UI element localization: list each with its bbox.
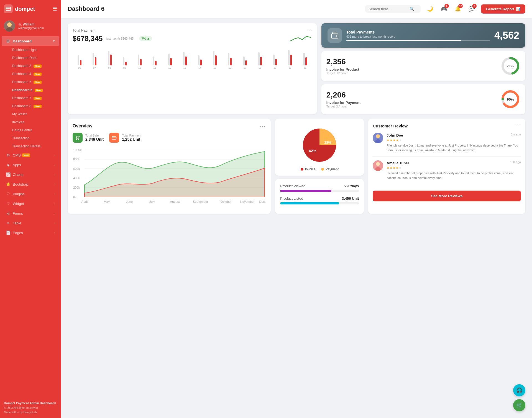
see-more-reviews-button[interactable]: See More Reviews bbox=[373, 191, 521, 201]
product-viewed-stat: Product Viewed 561/days bbox=[280, 184, 359, 192]
sidebar-item-dashboard-6[interactable]: Dashboard 6 New bbox=[2, 86, 59, 94]
sidebar-item-bootstrap[interactable]: ⭐ Bootstrap › bbox=[2, 179, 59, 189]
reviewer-avatar-1 bbox=[373, 133, 383, 143]
sidebar-item-table[interactable]: ≡ Table › bbox=[2, 218, 59, 228]
sidebar-logo[interactable]: dompet bbox=[4, 4, 35, 13]
app-name: dompet bbox=[15, 6, 35, 12]
generate-report-button[interactable]: Generate Report 📊 bbox=[481, 4, 525, 14]
sidebar-item-pages[interactable]: 📄 Pages › bbox=[2, 228, 59, 237]
trend-badge: 7% ▲ bbox=[139, 36, 152, 41]
bootstrap-icon: ⭐ bbox=[6, 182, 11, 186]
total-payment-card: ··· Total Payment $678,345 last month $5… bbox=[68, 23, 317, 114]
invoice-product-sub: Target 3k/month bbox=[326, 71, 496, 75]
svg-text:400k: 400k bbox=[73, 176, 80, 180]
dashboard-icon: ⊞ bbox=[6, 39, 11, 43]
page-content: ··· Total Payment $678,345 last month $5… bbox=[61, 18, 532, 418]
blue-card-progress-fill bbox=[346, 40, 461, 41]
svg-text:October: October bbox=[221, 200, 232, 203]
blue-card-title: Total Payments bbox=[346, 30, 490, 34]
wallet-icon bbox=[328, 28, 342, 43]
total-sale-label: Total Sale bbox=[85, 134, 104, 137]
total-payment-menu[interactable]: ··· bbox=[307, 27, 313, 33]
sidebar-item-dashboard-7[interactable]: Dashboard 7 New bbox=[2, 94, 59, 102]
sidebar: dompet ☰ Hi, William william@gmail.com ⊞… bbox=[0, 0, 61, 418]
table-arrow: › bbox=[54, 221, 55, 225]
notification-button[interactable]: 🔔 12 bbox=[453, 4, 463, 14]
total-sale-value: 2,346 Unit bbox=[85, 137, 104, 142]
chart-bar-icon: 📊 bbox=[516, 7, 520, 11]
overview-title: Overview bbox=[73, 124, 92, 129]
invoice-product-card: 2,356 Invoice for Product Target 3k/mont… bbox=[321, 51, 525, 81]
logo-icon bbox=[4, 4, 13, 13]
svg-text:September: September bbox=[193, 200, 208, 203]
sidebar-item-plugins[interactable]: ♡ Plugins › bbox=[2, 189, 59, 199]
payment-legend-label: Payment bbox=[326, 167, 339, 171]
total-payment-stat: Total Payment 1,252 Unit bbox=[109, 133, 141, 143]
trend-line-svg bbox=[290, 34, 312, 43]
sidebar-item-charts[interactable]: 📈 Charts › bbox=[2, 170, 59, 179]
search-box[interactable]: 🔍 bbox=[365, 5, 421, 13]
sidebar-item-dashboard-4[interactable]: Dashboard 4 New bbox=[2, 70, 59, 78]
review-item-1: John Doe 5m ago ★★★★★ Friendly service J… bbox=[373, 133, 521, 157]
product-listed-progress bbox=[280, 202, 359, 204]
svg-rect-4 bbox=[331, 34, 338, 38]
support-fab[interactable]: 🎧 bbox=[513, 384, 525, 396]
theme-toggle-button[interactable]: 🌙 bbox=[425, 4, 435, 14]
svg-text:1000k: 1000k bbox=[73, 148, 82, 152]
area-chart-svg: 1000k 800k 600k 400k 200k 0k bbox=[73, 146, 266, 207]
sidebar-item-cards-center[interactable]: Cards Center bbox=[2, 126, 59, 134]
invoice-product-pct: 71% bbox=[507, 64, 514, 68]
plugins-arrow: › bbox=[54, 192, 55, 196]
charts-label: Charts bbox=[13, 173, 23, 177]
svg-rect-11 bbox=[112, 137, 116, 140]
pages-arrow: › bbox=[54, 231, 55, 234]
product-viewed-value: 561/days bbox=[344, 184, 359, 188]
sidebar-item-dashboard-light[interactable]: Dashboard Light bbox=[2, 46, 59, 54]
blue-card-value: 4,562 bbox=[494, 30, 519, 41]
charts-icon: 📈 bbox=[6, 172, 11, 177]
sidebar-item-dashboard-5[interactable]: Dashboard 5 New bbox=[2, 78, 59, 86]
search-input[interactable] bbox=[369, 7, 407, 11]
sidebar-item-dashboard-dark[interactable]: Dashboard Dark bbox=[2, 54, 59, 62]
overview-menu[interactable]: ··· bbox=[260, 124, 266, 129]
avatar bbox=[4, 20, 15, 32]
svg-text:July: July bbox=[149, 200, 155, 203]
game-icon-button[interactable]: 🎮 2 bbox=[439, 4, 449, 14]
svg-text:June: June bbox=[126, 200, 133, 203]
chat-button[interactable]: 💬 5 bbox=[467, 4, 477, 14]
user-profile: Hi, William william@gmail.com bbox=[0, 18, 61, 36]
sidebar-item-dashboard-8[interactable]: Dashboard 8 New bbox=[2, 102, 59, 110]
sidebar-item-cms[interactable]: ⚙ CMS New › bbox=[2, 150, 59, 160]
svg-text:800k: 800k bbox=[73, 158, 80, 161]
apps-label: Apps bbox=[13, 163, 21, 167]
sidebar-item-transaction-details[interactable]: Transaction Details bbox=[2, 142, 59, 150]
product-viewed-header: Product Viewed 561/days bbox=[280, 184, 359, 188]
reviewer-time-2: 10h ago bbox=[510, 160, 521, 164]
total-sale-info: Total Sale 2,346 Unit bbox=[85, 134, 104, 142]
invoice-payment-label: Invoice for Payment bbox=[326, 101, 496, 105]
total-payment-stat-info: Total Payment 1,252 Unit bbox=[122, 134, 141, 142]
sidebar-item-apps[interactable]: ◈ Apps › bbox=[2, 160, 59, 170]
sidebar-item-widget[interactable]: ♡ Widget › bbox=[2, 199, 59, 208]
total-sale-icon bbox=[73, 133, 83, 143]
plugins-label: Plugins bbox=[13, 192, 25, 196]
cart-fab[interactable]: 🛒 bbox=[513, 399, 525, 411]
bar-group: 06 bbox=[73, 47, 86, 69]
invoice-payment-info: 2,206 Invoice for Payment Target 3k/mont… bbox=[326, 91, 496, 108]
legend-payment: Payment bbox=[321, 167, 339, 171]
sidebar-item-transaction[interactable]: Transaction bbox=[2, 134, 59, 142]
hamburger-button[interactable]: ☰ bbox=[53, 6, 57, 12]
sidebar-item-forms[interactable]: 🖨 Forms › bbox=[2, 209, 59, 218]
forms-label: Forms bbox=[13, 211, 23, 216]
sidebar-item-dashboard-3[interactable]: Dashboard 3 New bbox=[2, 62, 59, 70]
sidebar-item-my-wallet[interactable]: My Wallet bbox=[2, 110, 59, 118]
dashboard-label: Dashboard bbox=[13, 39, 32, 43]
sidebar-item-invoices[interactable]: Invoices bbox=[2, 118, 59, 126]
sidebar-item-dashboard[interactable]: ⊞ Dashboard ▼ bbox=[2, 36, 59, 46]
moon-icon: 🌙 bbox=[427, 6, 433, 12]
cms-badge: New bbox=[22, 153, 30, 157]
page-title: Dashboard 6 bbox=[68, 5, 104, 12]
review-menu[interactable]: ··· bbox=[515, 123, 521, 129]
total-sale-stat: Total Sale 2,346 Unit bbox=[73, 133, 104, 143]
svg-text:Dec.: Dec. bbox=[259, 200, 265, 203]
